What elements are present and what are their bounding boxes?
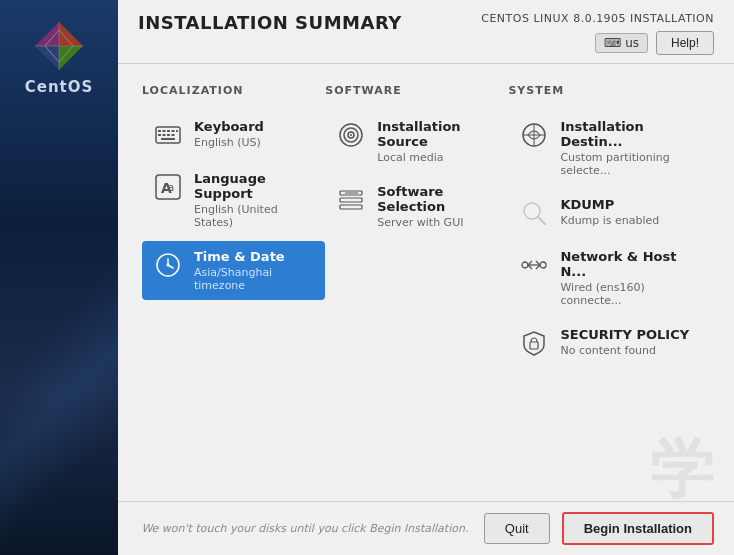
keyboard-icon: ⌨ xyxy=(604,36,621,50)
svg-rect-10 xyxy=(163,130,166,132)
categories-container: LOCALIZATION xyxy=(142,84,710,371)
kdump-svg-icon xyxy=(520,199,548,227)
kdump-item-title: KDUMP xyxy=(560,197,700,212)
svg-rect-42 xyxy=(530,342,538,349)
network-svg-icon xyxy=(520,251,548,279)
installation-source-subtitle: Local media xyxy=(377,151,498,164)
installation-dest-text: Installation Destin... Custom partitioni… xyxy=(560,119,700,177)
centos-logo-icon xyxy=(33,20,85,72)
quit-button[interactable]: Quit xyxy=(484,513,550,544)
installation-source-text: Installation Source Local media xyxy=(377,119,498,164)
content-area: LOCALIZATION xyxy=(118,64,734,501)
system-title: SYSTEM xyxy=(508,84,710,97)
svg-rect-9 xyxy=(158,130,161,132)
dest-svg-icon xyxy=(520,121,548,149)
help-button[interactable]: Help! xyxy=(656,31,714,55)
installation-source-item[interactable]: Installation Source Local media xyxy=(325,111,508,172)
time-date-item-title: Time & Date xyxy=(194,249,315,264)
software-svg-icon xyxy=(337,186,365,214)
main-area: INSTALLATION SUMMARY CENTOS LINUX 8.0.19… xyxy=(118,0,734,555)
footer: We won't touch your disks until you clic… xyxy=(118,501,734,555)
svg-rect-13 xyxy=(176,130,178,132)
svg-rect-12 xyxy=(172,130,175,132)
network-item[interactable]: Network & Host N... Wired (ens160) conne… xyxy=(508,241,710,315)
centos-logo: CentOS xyxy=(25,20,94,96)
kdump-item-text: KDUMP Kdump is enabled xyxy=(560,197,700,227)
svg-point-29 xyxy=(350,134,352,136)
network-item-subtitle: Wired (ens160) connecte... xyxy=(560,281,700,307)
time-date-item[interactable]: Time & Date Asia/Shanghai timezone xyxy=(142,241,325,300)
kdump-item-subtitle: Kdump is enabled xyxy=(560,214,700,227)
language-item-icon: A a xyxy=(152,171,184,203)
language-item[interactable]: A a Language Support English (United Sta… xyxy=(142,163,325,237)
security-policy-icon xyxy=(518,327,550,359)
svg-rect-14 xyxy=(158,134,161,136)
installation-dest-title: Installation Destin... xyxy=(560,119,700,149)
begin-installation-button[interactable]: Begin Installation xyxy=(562,512,714,545)
footer-notice: We won't touch your disks until you clic… xyxy=(138,522,472,535)
keyboard-svg-icon xyxy=(154,121,182,149)
svg-text:a: a xyxy=(168,182,174,193)
source-svg-icon xyxy=(337,121,365,149)
keyboard-item-title: Keyboard xyxy=(194,119,315,134)
software-title: SOFTWARE xyxy=(325,84,508,97)
svg-rect-11 xyxy=(167,130,170,132)
svg-point-25 xyxy=(167,264,170,267)
software-selection-subtitle: Server with GUI xyxy=(377,216,498,229)
installation-source-title: Installation Source xyxy=(377,119,498,149)
software-selection-title: Software Selection xyxy=(377,184,498,214)
security-policy-text: SECURITY POLICY No content found xyxy=(560,327,700,357)
software-selection-icon xyxy=(335,184,367,216)
centos-logo-text: CentOS xyxy=(25,78,94,96)
header-left: INSTALLATION SUMMARY xyxy=(138,12,402,33)
language-item-subtitle: English (United States) xyxy=(194,203,315,229)
network-icon xyxy=(518,249,550,281)
system-section: SYSTEM Installation Destin... Custom par… xyxy=(508,84,710,371)
keyboard-item-icon xyxy=(152,119,184,151)
localization-title: LOCALIZATION xyxy=(142,84,325,97)
security-policy-subtitle: No content found xyxy=(560,344,700,357)
keyboard-item[interactable]: Keyboard English (US) xyxy=(142,111,325,159)
security-policy-item[interactable]: SECURITY POLICY No content found xyxy=(508,319,710,367)
installation-dest-icon xyxy=(518,119,550,151)
svg-rect-16 xyxy=(167,134,170,136)
header: INSTALLATION SUMMARY CENTOS LINUX 8.0.19… xyxy=(118,0,734,64)
network-item-text: Network & Host N... Wired (ens160) conne… xyxy=(560,249,700,307)
kdump-icon xyxy=(518,197,550,229)
software-selection-text: Software Selection Server with GUI xyxy=(377,184,498,229)
svg-rect-31 xyxy=(340,198,362,202)
time-date-icon xyxy=(152,249,184,281)
security-policy-title: SECURITY POLICY xyxy=(560,327,700,342)
installation-source-icon xyxy=(335,119,367,151)
software-selection-item[interactable]: Software Selection Server with GUI xyxy=(325,176,508,237)
time-date-item-text: Time & Date Asia/Shanghai timezone xyxy=(194,249,315,292)
keyboard-item-subtitle: English (US) xyxy=(194,136,315,149)
clock-svg-icon xyxy=(154,251,182,279)
page-title: INSTALLATION SUMMARY xyxy=(138,12,402,33)
svg-rect-32 xyxy=(340,205,362,209)
keyboard-layout-badge[interactable]: ⌨ us xyxy=(595,33,648,53)
sidebar: CentOS xyxy=(0,0,118,555)
language-item-text: Language Support English (United States) xyxy=(194,171,315,229)
network-item-title: Network & Host N... xyxy=(560,249,700,279)
software-section: SOFTWARE Installation Source Local media xyxy=(325,84,508,371)
installation-dest-subtitle: Custom partitioning selecte... xyxy=(560,151,700,177)
centos-version: CENTOS LINUX 8.0.1905 INSTALLATION xyxy=(481,12,714,25)
security-svg-icon xyxy=(520,329,548,357)
header-right: CENTOS LINUX 8.0.1905 INSTALLATION ⌨ us … xyxy=(481,12,714,55)
svg-rect-18 xyxy=(161,138,175,140)
language-item-title: Language Support xyxy=(194,171,315,201)
watermark: 学 xyxy=(650,437,714,501)
kdump-item[interactable]: KDUMP Kdump is enabled xyxy=(508,189,710,237)
time-date-item-subtitle: Asia/Shanghai timezone xyxy=(194,266,315,292)
sidebar-decoration xyxy=(0,255,118,555)
keyboard-layout-value: us xyxy=(625,36,639,50)
svg-rect-17 xyxy=(172,134,175,136)
localization-section: LOCALIZATION xyxy=(142,84,325,371)
svg-line-38 xyxy=(538,217,545,224)
installation-dest-item[interactable]: Installation Destin... Custom partitioni… xyxy=(508,111,710,185)
keyboard-item-text: Keyboard English (US) xyxy=(194,119,315,149)
language-svg-icon: A a xyxy=(154,173,182,201)
svg-rect-15 xyxy=(163,134,166,136)
